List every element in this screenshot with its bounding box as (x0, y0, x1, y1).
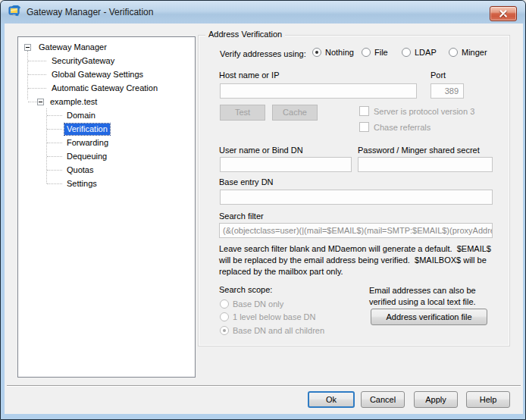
port-label: Port (431, 71, 446, 80)
apply-button[interactable]: Apply (414, 391, 458, 408)
radio-nothing[interactable]: Nothing (312, 48, 354, 57)
search-scope-label: Search scope: (219, 285, 272, 294)
host-label: Host name or IP (219, 71, 279, 80)
tree-connector (28, 61, 46, 61)
checkbox-chase-referrals[interactable]: Chase referrals (359, 122, 431, 132)
radio-label: Base DN and all children (233, 326, 324, 335)
tree-item-label[interactable]: example.test (48, 96, 99, 108)
search-filter-input[interactable]: (&(objectclass=user)(|(mail=$EMAIL$)(mai… (219, 223, 493, 238)
ok-button[interactable]: Ok (308, 391, 355, 408)
radio-file[interactable]: File (362, 48, 388, 57)
cache-button[interactable]: Cache (272, 105, 318, 121)
radio-label: Nothing (325, 48, 354, 57)
tree-connector (47, 170, 62, 171)
dialog-client-area: Gateway Manager SecurityGateway Global G… (5, 24, 523, 414)
tree-item-label[interactable]: Global Gateway Settings (49, 69, 146, 80)
radio-selected-icon[interactable] (312, 48, 321, 57)
tree-item-domain[interactable]: Domain (18, 108, 195, 122)
radio-label: Minger (462, 48, 487, 57)
verify-addresses-label: Verify addresses using: (220, 49, 306, 58)
radio-base-dn-only[interactable]: Base DN only (220, 299, 283, 309)
tree-item-label[interactable]: Forwarding (64, 137, 111, 149)
checkbox-label: Chase referrals (374, 123, 431, 132)
collapse-icon[interactable] (24, 44, 31, 51)
tree-connector (28, 102, 37, 102)
username-label: User name or Bind DN (219, 146, 303, 155)
tree-item-global-gateway-settings[interactable]: Global Gateway Settings (18, 67, 195, 81)
tree-connector (28, 74, 46, 75)
close-icon (499, 10, 507, 17)
tree-connector (28, 88, 46, 89)
tree-connector (47, 129, 62, 130)
radio-minger[interactable]: Minger (449, 48, 487, 57)
address-verification-group: Address Verification Verify addresses us… (198, 35, 510, 346)
radio-label: Base DN only (233, 299, 283, 309)
dialog-window: Gateway Manager - Verification Gateway M… (0, 0, 526, 420)
radio-icon[interactable] (449, 48, 458, 57)
test-button[interactable]: Test (220, 105, 265, 121)
password-label: Password / Minger shared secret (358, 146, 480, 155)
title-bar[interactable]: Gateway Manager - Verification (1, 1, 525, 24)
tree-item-forwarding[interactable]: Forwarding (18, 136, 195, 149)
tree-connector (47, 143, 62, 143)
tree-item-label[interactable]: SecurityGateway (49, 55, 117, 67)
port-input[interactable]: 389 (431, 83, 464, 99)
checkbox-label: Server is protocol version 3 (374, 107, 474, 116)
radio-label: 1 level below base DN (233, 312, 315, 321)
radio-base-dn-all-children[interactable]: Base DN and all children (220, 326, 324, 335)
tree-item-dequeuing[interactable]: Dequeuing (18, 149, 195, 163)
tree-connector (47, 183, 62, 184)
window-title: Gateway Manager - Verification (27, 7, 153, 17)
help-button[interactable]: Help (466, 391, 510, 408)
tree-item-gateway-manager[interactable]: Gateway Manager (18, 40, 195, 54)
search-filter-label: Search filter (219, 212, 264, 221)
tree-item-verification-selected[interactable]: Verification (18, 122, 195, 136)
radio-ldap[interactable]: LDAP (402, 48, 437, 57)
radio-label: LDAP (415, 48, 437, 57)
username-input[interactable] (220, 157, 352, 172)
tree-item-settings[interactable]: Settings (18, 177, 195, 190)
base-dn-label: Base entry DN (219, 177, 274, 186)
password-input[interactable] (358, 157, 493, 172)
tree-item-label[interactable]: Quotas (64, 165, 95, 176)
radio-icon[interactable] (220, 312, 229, 321)
collapse-icon[interactable] (37, 99, 44, 105)
tree-item-example-test[interactable]: example.test (18, 95, 195, 108)
radio-icon[interactable] (402, 48, 411, 57)
address-verification-file-button[interactable]: Address verification file (371, 309, 487, 325)
checkbox-icon[interactable] (359, 122, 369, 132)
radio-icon[interactable] (362, 48, 371, 57)
local-file-note: Email addresses can also be verified usi… (369, 285, 502, 308)
search-filter-note: Leave search filter blank and MDaemon wi… (219, 243, 516, 277)
tree-item-label[interactable]: Dequeuing (64, 151, 109, 162)
radio-icon[interactable] (220, 299, 229, 309)
tree-item-label[interactable]: Automatic Gateway Creation (49, 83, 160, 94)
navigation-tree[interactable]: Gateway Manager SecurityGateway Global G… (17, 36, 196, 378)
host-input[interactable] (220, 83, 417, 99)
app-monitor-icon (8, 5, 21, 19)
group-title: Address Verification (205, 30, 285, 39)
radio-selected-icon[interactable] (220, 326, 229, 335)
tree-item-quotas[interactable]: Quotas (18, 163, 195, 177)
tree-item-label[interactable]: Domain (64, 110, 98, 121)
radio-one-level-below[interactable]: 1 level below base DN (220, 312, 315, 321)
close-button[interactable] (490, 6, 517, 21)
cancel-button[interactable]: Cancel (361, 391, 405, 408)
tree-connector (47, 156, 62, 157)
tree-item-label[interactable]: Gateway Manager (36, 42, 109, 53)
tree-item-automatic-gateway-creation[interactable]: Automatic Gateway Creation (18, 81, 195, 95)
tree-item-label[interactable]: Settings (64, 178, 99, 190)
tree-connector (47, 115, 62, 116)
tree-item-securitygateway[interactable]: SecurityGateway (18, 54, 195, 67)
radio-label: File (374, 48, 388, 57)
footer-separator (7, 385, 521, 387)
checkbox-icon[interactable] (359, 106, 369, 116)
base-dn-input[interactable] (220, 190, 493, 205)
checkbox-protocol-version-3[interactable]: Server is protocol version 3 (359, 106, 474, 116)
tree-item-label[interactable]: Verification (64, 124, 110, 135)
